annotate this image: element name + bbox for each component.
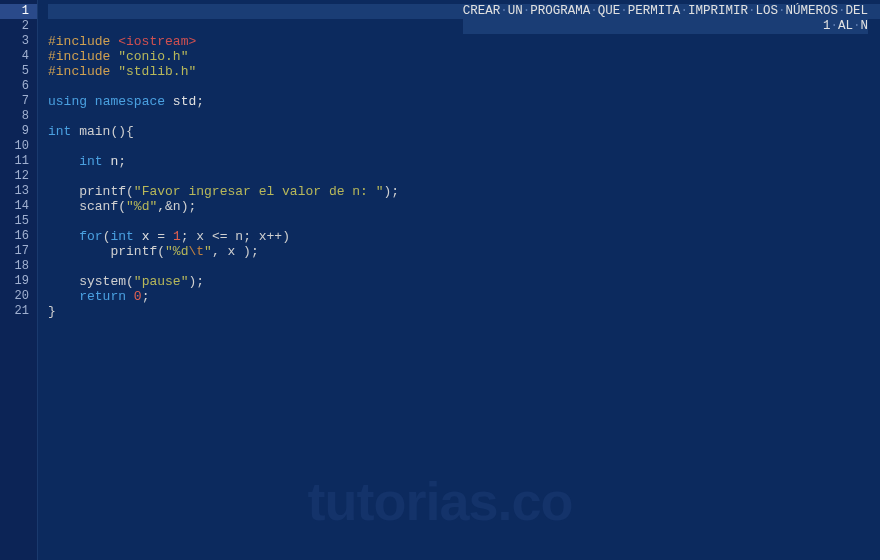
identifier: x xyxy=(142,229,150,244)
title-word: DEL xyxy=(845,4,868,18)
line-number[interactable]: 10 xyxy=(0,139,37,154)
code-line-13[interactable]: printf("Favor ingresar el valor de n: ")… xyxy=(48,184,880,199)
line-number[interactable]: 19 xyxy=(0,274,37,289)
code-line-10[interactable] xyxy=(48,139,880,154)
argument: ,&n xyxy=(157,199,180,214)
argument: , x xyxy=(212,244,243,259)
line-number[interactable]: 15 xyxy=(0,214,37,229)
line-number[interactable]: 6 xyxy=(0,79,37,94)
keyword: return xyxy=(79,289,126,304)
space-dot: · xyxy=(500,4,508,18)
line-number[interactable]: 9 xyxy=(0,124,37,139)
function-name: scanf xyxy=(79,199,118,214)
string-literal: "pause" xyxy=(134,274,189,289)
code-line-20[interactable]: return 0; xyxy=(48,289,880,304)
code-line-21[interactable]: } xyxy=(48,304,880,319)
exercise-title-line-1: CREAR·UN·PROGRAMA·QUE·PERMITA·IMPRIMIR·L… xyxy=(463,4,868,19)
space-dot: · xyxy=(620,4,628,18)
exercise-title-block: CREAR·UN·PROGRAMA·QUE·PERMITA·IMPRIMIR·L… xyxy=(463,4,868,34)
code-line-4[interactable]: #include "conio.h" xyxy=(48,49,880,64)
line-number[interactable]: 12 xyxy=(0,169,37,184)
code-line-7[interactable]: using namespace std; xyxy=(48,94,880,109)
line-number[interactable]: 13 xyxy=(0,184,37,199)
code-line-3[interactable]: #include <iostream> xyxy=(48,34,880,49)
include-header: <iostream> xyxy=(118,34,196,49)
title-word: PROGRAMA xyxy=(530,4,590,18)
code-line-12[interactable] xyxy=(48,169,880,184)
line-number[interactable]: 18 xyxy=(0,259,37,274)
code-line-19[interactable]: system("pause"); xyxy=(48,274,880,289)
title-word: LOS xyxy=(755,4,778,18)
title-word: AL xyxy=(838,19,853,33)
keyword: using xyxy=(48,94,87,109)
include-header: "stdlib.h" xyxy=(118,64,196,79)
code-line-9[interactable]: int main(){ xyxy=(48,124,880,139)
line-number[interactable]: 2 xyxy=(0,19,37,34)
function-name: printf xyxy=(110,244,157,259)
number-literal: 1 xyxy=(173,229,181,244)
line-number-gutter: 1 2 3 4 5 6 7 8 9 10 11 12 13 14 15 16 1… xyxy=(0,0,38,560)
title-word: IMPRIMIR xyxy=(688,4,748,18)
function-name: main xyxy=(79,124,110,139)
code-line-14[interactable]: scanf("%d",&n); xyxy=(48,199,880,214)
string-literal: "%d xyxy=(165,244,188,259)
escape-char: \t xyxy=(188,244,204,259)
string-literal: "Favor ingresar el valor de n: " xyxy=(134,184,384,199)
line-number[interactable]: 3 xyxy=(0,34,37,49)
code-line-17[interactable]: printf("%d\t", x ); xyxy=(48,244,880,259)
line-number[interactable]: 5 xyxy=(0,64,37,79)
space-dot: · xyxy=(590,4,598,18)
string-literal: "%d" xyxy=(126,199,157,214)
code-line-18[interactable] xyxy=(48,259,880,274)
line-number[interactable]: 7 xyxy=(0,94,37,109)
watermark-text: tutorias.co xyxy=(307,470,572,532)
line-number[interactable]: 21 xyxy=(0,304,37,319)
identifier: std xyxy=(173,94,196,109)
line-number[interactable]: 20 xyxy=(0,289,37,304)
function-name: system xyxy=(79,274,126,289)
title-word: QUE xyxy=(598,4,621,18)
title-word: PERMITA xyxy=(628,4,681,18)
keyword: int xyxy=(110,229,133,244)
code-line-8[interactable] xyxy=(48,109,880,124)
number-literal: 0 xyxy=(134,289,142,304)
code-line-16[interactable]: for(int x = 1; x <= n; x++) xyxy=(48,229,880,244)
preprocessor: #include xyxy=(48,49,118,64)
line-number[interactable]: 1 xyxy=(0,4,37,19)
line-number[interactable]: 8 xyxy=(0,109,37,124)
space-dot: · xyxy=(680,4,688,18)
title-word: N xyxy=(860,19,868,33)
string-literal: " xyxy=(204,244,212,259)
for-condition: ; x <= n; x++ xyxy=(181,229,282,244)
title-word: NÚMEROS xyxy=(785,4,838,18)
line-number[interactable]: 14 xyxy=(0,199,37,214)
space-dot: · xyxy=(830,19,838,33)
line-number[interactable]: 11 xyxy=(0,154,37,169)
keyword: int xyxy=(48,124,71,139)
preprocessor: #include xyxy=(48,64,118,79)
keyword: int xyxy=(79,154,102,169)
code-line-15[interactable] xyxy=(48,214,880,229)
include-header: "conio.h" xyxy=(118,49,188,64)
code-line-6[interactable] xyxy=(48,79,880,94)
code-line-5[interactable]: #include "stdlib.h" xyxy=(48,64,880,79)
keyword: namespace xyxy=(95,94,165,109)
preprocessor: #include xyxy=(48,34,118,49)
code-line-11[interactable]: int n; xyxy=(48,154,880,169)
keyword: for xyxy=(79,229,102,244)
line-number[interactable]: 16 xyxy=(0,229,37,244)
title-word: CREAR xyxy=(463,4,501,18)
exercise-title-line-2: 1·AL·N xyxy=(463,19,868,34)
line-number[interactable]: 17 xyxy=(0,244,37,259)
function-name: printf xyxy=(79,184,126,199)
line-number[interactable]: 4 xyxy=(0,49,37,64)
title-word: UN xyxy=(508,4,523,18)
